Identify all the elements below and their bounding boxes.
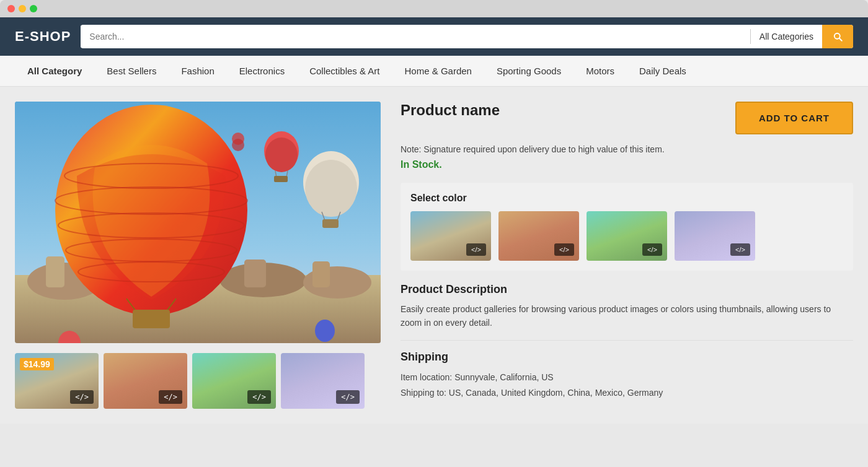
color-thumb-overlay-4: </> xyxy=(730,243,750,256)
thumb-overlay-3: </> xyxy=(247,390,271,404)
description-text: Easily create product galleries for brow… xyxy=(401,302,853,330)
shipping-title: Shipping xyxy=(401,351,853,364)
section-divider xyxy=(401,340,853,341)
description-title: Product Description xyxy=(401,283,853,296)
description-section: Product Description Easily create produc… xyxy=(401,283,853,330)
delivery-note: Note: Signature required upon delivery d… xyxy=(401,144,853,154)
nav-item-electronics[interactable]: Electronics xyxy=(227,56,297,86)
color-option-2[interactable]: </> xyxy=(498,211,579,261)
color-thumb-overlay-2: </> xyxy=(554,243,574,256)
main-content: $14.99 </> </> </> </> xyxy=(0,87,868,424)
price-badge: $14.99 xyxy=(20,358,54,370)
color-thumb-overlay-3: </> xyxy=(642,243,662,256)
svg-rect-8 xyxy=(244,260,266,287)
nav-item-home-garden[interactable]: Home & Garden xyxy=(392,56,484,86)
main-image-placeholder xyxy=(15,102,381,343)
balloon-scene-svg xyxy=(15,102,381,343)
nav-item-daily-deals[interactable]: Daily Deals xyxy=(627,56,699,86)
add-to-cart-button[interactable]: ADD TO CART xyxy=(735,102,853,134)
thumb-overlay-2: </> xyxy=(159,390,182,404)
code-icon-4: </> xyxy=(341,393,355,401)
code-icon-1: </> xyxy=(75,393,89,401)
shipping-info: Item location: Sunnyvale, California, US… xyxy=(401,370,853,401)
svg-point-30 xyxy=(315,320,335,342)
nav-item-all-category[interactable]: All Category xyxy=(15,56,94,86)
thumbnail-1[interactable]: $14.99 </> xyxy=(15,353,99,409)
search-button[interactable] xyxy=(822,25,853,48)
minimize-button[interactable] xyxy=(19,5,26,12)
thumbnail-4[interactable]: </> xyxy=(281,353,365,409)
nav-item-sporting-goods[interactable]: Sporting Goods xyxy=(484,56,574,86)
product-details: Product name ADD TO CART Note: Signature… xyxy=(401,102,853,409)
color-options: </> </> </> </> xyxy=(410,211,843,261)
close-button[interactable] xyxy=(7,5,15,12)
svg-point-32 xyxy=(232,139,244,151)
main-product-image[interactable] xyxy=(15,102,381,343)
color-thumb-overlay-1: </> xyxy=(466,243,486,256)
thumb-overlay-1: </> xyxy=(70,390,94,404)
stock-status: In Stock. xyxy=(401,159,853,170)
color-section: Select color </> </> </> </> xyxy=(401,183,853,271)
search-bar: All Categories xyxy=(81,25,853,48)
main-nav: All Category Best Sellers Fashion Electr… xyxy=(0,56,868,87)
svg-point-20 xyxy=(305,160,357,217)
svg-rect-6 xyxy=(46,256,64,287)
svg-rect-18 xyxy=(133,310,170,328)
shipping-section: Shipping Item location: Sunnyvale, Calif… xyxy=(401,351,853,401)
product-header: Product name ADD TO CART xyxy=(401,102,853,134)
search-icon xyxy=(832,31,843,42)
thumbnail-2[interactable]: </> xyxy=(104,353,187,409)
color-option-4[interactable]: </> xyxy=(675,211,755,261)
color-section-label: Select color xyxy=(410,193,843,204)
thumbnail-list: $14.99 </> </> </> </> xyxy=(15,353,381,409)
window-chrome xyxy=(0,0,868,17)
shipping-destinations: Shipping to: US, Canada, United Kingdom,… xyxy=(401,385,853,401)
code-icon-3: </> xyxy=(252,393,266,401)
search-category-label: All Categories xyxy=(751,32,822,41)
nav-item-collectibles[interactable]: Collectibles & Art xyxy=(297,56,392,86)
maximize-button[interactable] xyxy=(30,5,37,12)
svg-rect-9 xyxy=(312,261,330,287)
svg-point-25 xyxy=(265,137,298,172)
nav-item-fashion[interactable]: Fashion xyxy=(169,56,226,86)
product-gallery: $14.99 </> </> </> </> xyxy=(15,102,381,409)
nav-item-best-sellers[interactable]: Best Sellers xyxy=(94,56,169,86)
code-icon-2: </> xyxy=(164,393,177,401)
thumbnail-3[interactable]: </> xyxy=(192,353,276,409)
color-option-1[interactable]: </> xyxy=(410,211,491,261)
color-option-3[interactable]: </> xyxy=(587,211,667,261)
thumb-overlay-4: </> xyxy=(336,390,360,404)
shipping-location: Item location: Sunnyvale, California, US xyxy=(401,370,853,385)
header: E-SHOP All Categories xyxy=(0,17,868,56)
nav-item-motors[interactable]: Motors xyxy=(574,56,627,86)
logo: E-SHOP xyxy=(15,28,71,45)
product-name: Product name xyxy=(401,102,500,119)
search-input[interactable] xyxy=(81,25,750,48)
svg-rect-28 xyxy=(274,176,288,182)
svg-rect-23 xyxy=(322,219,339,228)
